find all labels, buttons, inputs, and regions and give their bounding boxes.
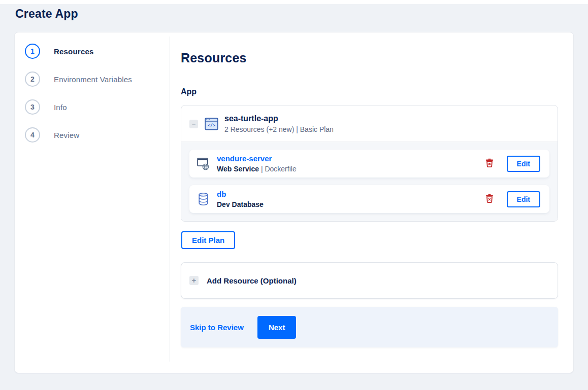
web-service-icon (197, 157, 210, 170)
step-number-badge: 3 (25, 99, 40, 115)
app-name: sea-turtle-app (224, 114, 334, 123)
app-resources-list: vendure-server Web Service | Dockerfile (181, 141, 558, 221)
top-strip (0, 0, 588, 4)
page-header: Create App (0, 4, 588, 27)
resource-subtitle: Web Service | Dockerfile (217, 165, 297, 173)
page-title: Create App (15, 7, 588, 21)
wizard-footer: Skip to Review Next (181, 307, 558, 347)
resource-row-db: db Dev Database (189, 185, 549, 213)
step-number-badge: 2 (25, 72, 40, 87)
app-group-card: − </> sea-turtle-app 2 Resources (+2 new… (181, 105, 558, 222)
stepper-content-divider (170, 37, 170, 362)
resource-text: db Dev Database (217, 190, 264, 208)
edit-resource-button[interactable]: Edit (507, 156, 540, 172)
step-label: Environment Variables (54, 75, 132, 84)
step-label: Review (54, 131, 79, 139)
app-group-header: − </> sea-turtle-app 2 Resources (+2 new… (181, 105, 558, 141)
edit-plan-button[interactable]: Edit Plan (181, 231, 235, 249)
resource-text: vendure-server Web Service | Dockerfile (217, 154, 297, 173)
add-resource-button[interactable]: + Add Resource (Optional) (181, 262, 558, 299)
resource-detail: Dockerfile (265, 165, 296, 173)
step-label: Resources (54, 47, 94, 56)
svg-text:</>: </> (208, 123, 215, 128)
resources-step-content: Resources App − </> (170, 32, 573, 373)
trash-icon (485, 194, 494, 204)
step-number-badge: 4 (25, 127, 40, 143)
add-resource-label: Add Resource (Optional) (207, 276, 297, 285)
create-app-card: 1 Resources 2 Environment Variables 3 In… (14, 32, 574, 373)
app-window-code-icon: </> (205, 118, 218, 130)
resource-separator: | (259, 165, 265, 173)
next-button[interactable]: Next (257, 316, 297, 339)
edit-resource-button[interactable]: Edit (507, 191, 540, 207)
step-review[interactable]: 4 Review (25, 127, 170, 143)
collapse-button[interactable]: − (189, 120, 198, 128)
delete-resource-button[interactable] (484, 157, 495, 170)
minus-icon: − (192, 120, 196, 128)
trash-icon (485, 158, 494, 169)
app-header-text: sea-turtle-app 2 Resources (+2 new) | Ba… (224, 114, 334, 133)
plus-icon: + (189, 276, 199, 285)
resource-subtitle: Dev Database (217, 200, 264, 208)
resource-name-link[interactable]: db (217, 190, 226, 198)
resource-name-link[interactable]: vendure-server (217, 154, 272, 163)
step-number-badge: 1 (25, 44, 40, 59)
database-icon (197, 192, 210, 206)
step-environment-variables[interactable]: 2 Environment Variables (25, 72, 170, 87)
skip-to-review-link[interactable]: Skip to Review (190, 323, 244, 332)
resource-type: Web Service (217, 165, 259, 173)
app-section-label: App (181, 87, 558, 96)
delete-resource-button[interactable] (484, 193, 495, 205)
wizard-stepper: 1 Resources 2 Environment Variables 3 In… (15, 32, 170, 373)
resource-type: Dev Database (217, 200, 264, 208)
app-summary: 2 Resources (+2 new) | Basic Plan (224, 125, 334, 133)
content-heading: Resources (181, 51, 558, 65)
step-label: Info (54, 103, 67, 112)
step-resources[interactable]: 1 Resources (25, 44, 170, 59)
resource-row-vendure-server: vendure-server Web Service | Dockerfile (189, 150, 549, 178)
step-info[interactable]: 3 Info (25, 99, 170, 115)
